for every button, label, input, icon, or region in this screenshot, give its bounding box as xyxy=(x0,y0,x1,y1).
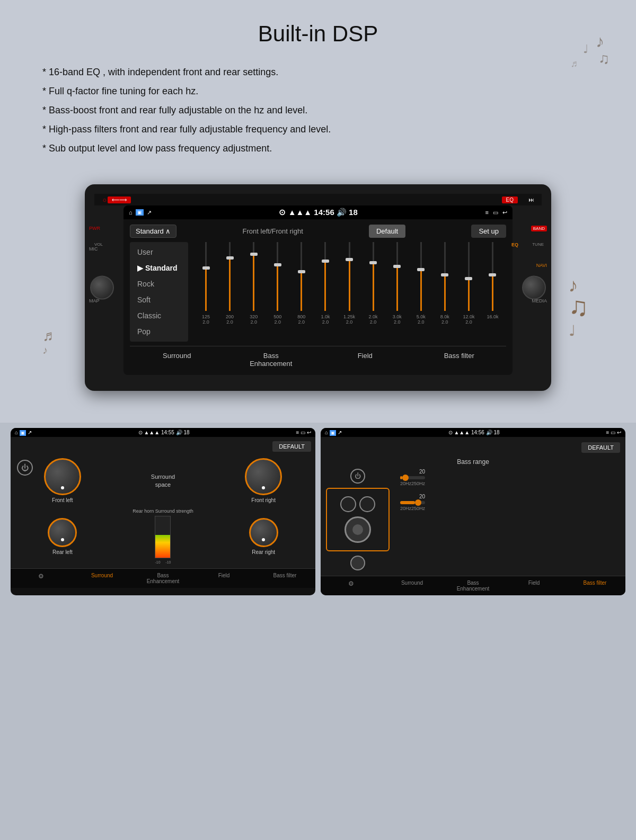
band-label-2: 320 xyxy=(242,314,265,319)
slider-track-5 xyxy=(324,242,326,311)
bass-panel-tab-field[interactable]: Field xyxy=(504,578,564,593)
front-right-knob[interactable] xyxy=(245,458,282,495)
front-left-knob[interactable] xyxy=(44,458,81,495)
eq-slider-col-10[interactable] xyxy=(434,242,456,311)
eq-slider-col-4[interactable] xyxy=(290,242,313,311)
radio-unit-wrapper: VOL TUNE EQ PWR MIC BAND NAVI MEDIA MAP … xyxy=(32,168,604,407)
tune-label: TUNE xyxy=(532,242,544,247)
vol-knob-small[interactable] xyxy=(350,556,365,570)
eq-slider-col-9[interactable] xyxy=(410,242,432,311)
surround-default-btn[interactable]: DEFAULT xyxy=(272,441,311,452)
slider-handle-1[interactable] xyxy=(226,256,234,260)
preset-rock[interactable]: Rock xyxy=(130,276,188,292)
bass-panel-tab-surround[interactable]: Surround xyxy=(382,578,443,593)
slider1-handle[interactable] xyxy=(402,475,409,481)
eq-slider-col-11[interactable] xyxy=(457,242,480,311)
volume-knob[interactable] xyxy=(90,276,114,300)
eq-slider-col-3[interactable] xyxy=(266,242,289,311)
tune-knob[interactable] xyxy=(522,276,546,300)
page-title: Built-in DSP xyxy=(32,21,604,47)
slider-handle-9[interactable] xyxy=(417,268,425,271)
surround-status-center: ⊙ ▲▲▲ 14:55 🔊 18 xyxy=(138,430,190,435)
bass-panel-tab-bass-filter[interactable]: Bass filter xyxy=(564,578,625,593)
tab-bass-enhancement[interactable]: BassEnhancement xyxy=(224,350,319,370)
navi-label: NAVI xyxy=(536,263,547,268)
slider-handle-11[interactable] xyxy=(465,277,472,280)
eq-slider-col-1[interactable] xyxy=(218,242,241,311)
tab-field[interactable]: Field xyxy=(318,350,412,370)
bottom-screenshots: ⌂ ▣ ↗ ⊙ ▲▲▲ 14:55 🔊 18 ≡ ▭ ↩ DEFAULT ⏻ xyxy=(0,423,636,606)
slider-track-11 xyxy=(468,242,470,311)
eq-values-row: 2.02.02.02.02.02.02.02.02.02.02.02.0 xyxy=(192,319,506,325)
rear-horn-label: Rear horn Surround strength xyxy=(132,508,193,514)
eq-top-btn[interactable]: EQ xyxy=(502,196,518,203)
bass-panel-tab-eq[interactable]: ⚙ xyxy=(321,578,382,593)
play-btn[interactable]: ⏭ xyxy=(528,196,534,203)
eq-slider-col-12[interactable] xyxy=(481,242,504,311)
slider-handle-6[interactable] xyxy=(346,258,353,261)
time-display: 14:56 xyxy=(314,208,334,217)
panel-tab-surround[interactable]: Surround xyxy=(72,571,132,586)
bass-panel-tab-bass-enh[interactable]: BassEnhancement xyxy=(443,578,504,593)
rear-right-knob[interactable] xyxy=(249,518,278,547)
slider-handle-5[interactable] xyxy=(322,260,329,263)
eq-preset-dropdown[interactable]: Standard ∧ xyxy=(130,225,176,238)
eq-slider-col-7[interactable] xyxy=(362,242,385,311)
slider-handle-7[interactable] xyxy=(369,261,377,264)
setup-button[interactable]: Set up xyxy=(471,225,506,238)
slider2-handle[interactable] xyxy=(415,499,421,506)
preset-classic[interactable]: Classic xyxy=(130,308,188,324)
power-button[interactable]: ⏻ xyxy=(17,460,33,476)
slider1-value: 20 xyxy=(400,469,425,475)
eq-slider-col-8[interactable] xyxy=(386,242,409,311)
horiz-slider-2[interactable] xyxy=(400,501,425,504)
tab-bass-filter[interactable]: Bass filter xyxy=(412,350,507,370)
eq-slider-col-5[interactable] xyxy=(314,242,337,311)
panel-tab-eq[interactable]: ⚙ xyxy=(11,571,72,586)
preset-soft[interactable]: Soft xyxy=(130,292,188,308)
band-btn[interactable]: BAND xyxy=(531,226,547,231)
slider2-value: 20 xyxy=(400,494,425,499)
rear-left-knob[interactable] xyxy=(48,518,77,547)
panel-tab-field[interactable]: Field xyxy=(193,571,254,586)
vu-fill xyxy=(155,535,170,558)
status-right: ≡ ▭ ↩ xyxy=(485,209,507,216)
slider-track-4 xyxy=(301,242,302,311)
preset-user[interactable]: User xyxy=(130,244,188,260)
slider-handle-2[interactable] xyxy=(250,253,258,256)
band-value-8: 2.0 xyxy=(386,319,409,325)
band-label-12: 16.0k xyxy=(481,314,504,319)
top-speakers xyxy=(340,496,375,512)
rear-left-container: Rear left xyxy=(48,518,77,555)
preset-standard[interactable]: ▶ Standard xyxy=(130,260,188,276)
slider-handle-12[interactable] xyxy=(489,273,496,276)
band-label-10: 8.0k xyxy=(434,314,456,319)
tab-surround[interactable]: Surround xyxy=(130,350,224,370)
slider-handle-4[interactable] xyxy=(298,270,305,273)
volume-level: 18 xyxy=(349,208,358,217)
default-button[interactable]: Default xyxy=(369,225,405,238)
home-icon-3: ⌂ xyxy=(325,430,330,435)
home-icon: ⌂ xyxy=(129,209,132,216)
slider-handle-8[interactable] xyxy=(393,265,401,268)
eq-slider-col-2[interactable] xyxy=(242,242,265,311)
slider-handle-10[interactable] xyxy=(441,273,448,276)
slider-handle-3[interactable] xyxy=(274,263,281,266)
slider-fill-1 xyxy=(229,260,231,311)
bass-default-btn[interactable]: DEFAULT xyxy=(581,442,620,453)
source-btn[interactable]: ⟵⟶ xyxy=(108,196,131,203)
eq-slider-col-0[interactable] xyxy=(195,242,217,311)
slider-handle-0[interactable] xyxy=(202,266,210,270)
screen-wrapper: ⌂ ▣ ↗ ⊙ ▲▲▲ 14:56 🔊 18 ≡ xyxy=(123,205,513,375)
surround-status-left: ⌂ ▣ ↗ xyxy=(15,430,32,435)
front-right-container: Front right xyxy=(245,458,282,503)
main-speaker xyxy=(344,516,371,543)
home-icon-2: ⌂ xyxy=(15,430,20,435)
panel-tab-bass-filter[interactable]: Bass filter xyxy=(254,571,315,586)
vu-labels: -10-10 xyxy=(155,560,171,564)
preset-pop[interactable]: Pop xyxy=(130,324,188,339)
horiz-slider-1[interactable] xyxy=(400,476,425,479)
panel-tab-bass-enh[interactable]: BassEnhancement xyxy=(132,571,193,586)
eq-slider-col-6[interactable] xyxy=(338,242,360,311)
power-btn-2[interactable]: ⏻ xyxy=(350,469,365,484)
